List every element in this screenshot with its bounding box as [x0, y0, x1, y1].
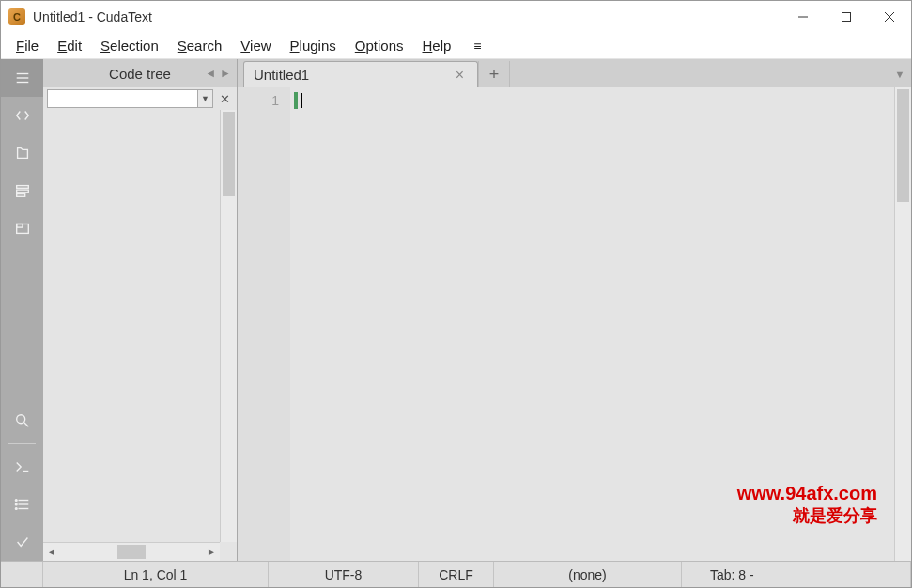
side-panel-header: Code tree ◄ ►: [43, 59, 237, 87]
line-number: 1: [238, 91, 279, 110]
activity-project-icon[interactable]: [1, 134, 43, 172]
status-line-ending[interactable]: CRLF: [419, 562, 494, 587]
menu-overflow-icon[interactable]: ≡: [466, 36, 488, 56]
close-button[interactable]: [868, 2, 911, 32]
app-icon: C: [8, 8, 25, 25]
activity-console-icon[interactable]: [1, 448, 43, 486]
activity-search-icon[interactable]: [1, 402, 43, 440]
svg-rect-7: [16, 186, 28, 189]
svg-line-13: [23, 423, 28, 427]
menu-selection[interactable]: Selection: [91, 35, 168, 56]
svg-point-20: [15, 508, 17, 510]
activity-tree-icon[interactable]: [1, 172, 43, 209]
menu-edit[interactable]: Edit: [48, 35, 91, 56]
activity-tabs-icon[interactable]: [1, 209, 43, 247]
tab-menu-icon[interactable]: ▼: [889, 61, 911, 87]
status-position[interactable]: Ln 1, Col 1: [43, 562, 269, 587]
activity-bar: [1, 59, 43, 561]
hscroll-right-icon[interactable]: ►: [203, 543, 220, 561]
new-tab-button[interactable]: +: [478, 61, 510, 87]
svg-point-18: [15, 500, 17, 502]
svg-point-19: [15, 503, 17, 505]
menu-help[interactable]: Help: [412, 35, 460, 56]
activity-code-icon[interactable]: [1, 97, 43, 134]
side-panel: Code tree ◄ ► ▼ ✕ ◄ ►: [43, 59, 238, 561]
side-panel-filter: ▼ ✕: [43, 87, 237, 110]
status-tab-size[interactable]: Tab: 8 -: [682, 562, 911, 587]
activity-check-icon[interactable]: [1, 523, 43, 561]
maximize-button[interactable]: [825, 2, 868, 32]
tab-untitled1[interactable]: Untitled1 ×: [243, 61, 478, 87]
minimize-button[interactable]: [781, 2, 825, 32]
editor-vscroll[interactable]: [894, 87, 911, 561]
side-panel-prev-icon[interactable]: ◄: [205, 67, 216, 80]
tab-label: Untitled1: [254, 67, 309, 83]
svg-point-12: [16, 415, 24, 424]
menu-options[interactable]: Options: [346, 35, 413, 56]
side-panel-title: Code tree: [109, 66, 171, 82]
code-tree-body[interactable]: ◄ ►: [43, 110, 237, 561]
line-number-gutter: 1: [238, 87, 290, 561]
status-encoding[interactable]: UTF-8: [269, 562, 419, 587]
editor: 1 www.94afx.com 就是爱分享: [238, 87, 911, 561]
titlebar: C Untitled1 - CudaText: [1, 1, 911, 33]
application-window: C Untitled1 - CudaText File Edit Selecti…: [0, 0, 912, 588]
menu-plugins[interactable]: Plugins: [281, 35, 346, 56]
side-panel-next-icon[interactable]: ►: [220, 67, 231, 80]
svg-rect-11: [16, 224, 22, 228]
svg-rect-9: [16, 194, 24, 197]
window-title: Untitled1 - CudaText: [33, 9, 152, 24]
activity-separator: [8, 443, 36, 444]
tab-bar: Untitled1 × + ▼: [238, 59, 911, 87]
menu-view[interactable]: View: [231, 35, 280, 56]
status-lexer[interactable]: (none): [494, 562, 682, 587]
watermark: www.94afx.com 就是爱分享: [737, 483, 877, 527]
code-tree-filter-input[interactable]: [47, 89, 198, 108]
line-marker-icon: [294, 92, 298, 109]
activity-list-icon[interactable]: [1, 486, 43, 523]
status-left-pad: [1, 562, 43, 587]
hscroll-left-icon[interactable]: ◄: [43, 543, 60, 561]
activity-menu-icon[interactable]: [1, 59, 43, 97]
svg-rect-8: [16, 190, 28, 193]
editor-area: Untitled1 × + ▼ 1 www.94afx.com: [238, 59, 911, 561]
menu-search[interactable]: Search: [168, 35, 232, 56]
status-bar: Ln 1, Col 1 UTF-8 CRLF (none) Tab: 8 -: [1, 561, 911, 587]
tab-close-icon[interactable]: ×: [452, 67, 468, 84]
code-tree-filter-dropdown[interactable]: ▼: [198, 89, 213, 108]
text-caret: [301, 93, 302, 108]
svg-rect-1: [842, 13, 851, 22]
code-tree-vscroll[interactable]: [220, 110, 237, 542]
code-tree-hscroll[interactable]: ◄ ►: [43, 542, 220, 561]
menu-file[interactable]: File: [7, 35, 48, 56]
code-tree-filter-clear-icon[interactable]: ✕: [216, 89, 233, 108]
editor-text-area[interactable]: www.94afx.com 就是爱分享: [290, 87, 894, 561]
menubar: File Edit Selection Search View Plugins …: [1, 33, 911, 59]
main-area: Code tree ◄ ► ▼ ✕ ◄ ►: [1, 59, 911, 561]
